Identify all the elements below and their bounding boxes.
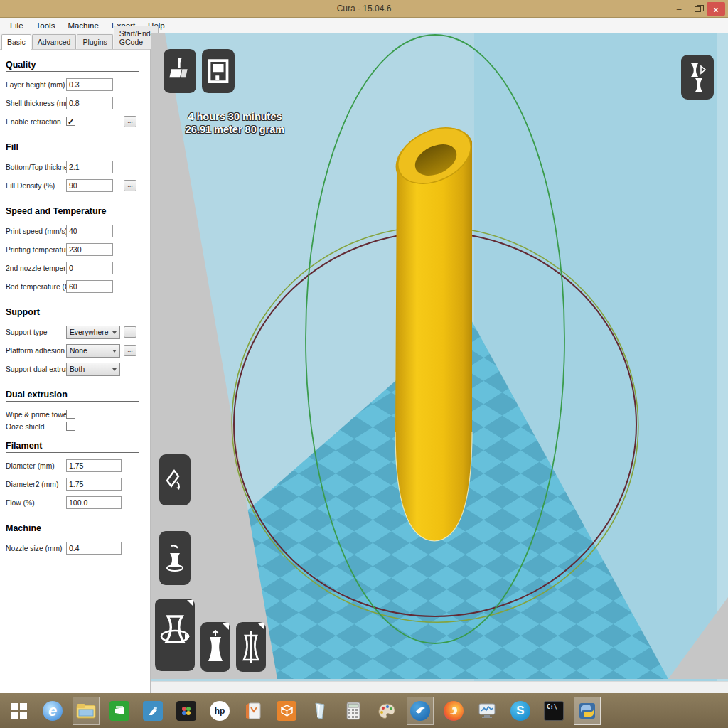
taskbar-icon-command-prompt[interactable]: C:\_ bbox=[540, 697, 567, 725]
enable-retraction-checkbox[interactable]: ✓ bbox=[66, 117, 75, 126]
setting-row: Fill Density (%) ... bbox=[6, 179, 143, 198]
divider bbox=[6, 218, 139, 218]
setting-row: Enable retraction ✓ ... bbox=[6, 115, 143, 134]
flow-input[interactable] bbox=[66, 496, 122, 509]
retraction-more-button[interactable]: ... bbox=[124, 116, 136, 127]
bed-temperature-input[interactable] bbox=[66, 280, 113, 293]
reset-rotation-button[interactable] bbox=[159, 454, 191, 505]
taskbar-icon-file-explorer[interactable] bbox=[73, 697, 100, 725]
diameter2-label: Diameter2 (mm) bbox=[6, 481, 58, 488]
print-estimate: 4 hours 30 minutes 26.91 meter 80 gram bbox=[155, 110, 315, 136]
taskbar-icon-firefox[interactable] bbox=[440, 697, 467, 725]
taskbar-icon-reader-app[interactable] bbox=[240, 697, 267, 725]
taskbar-icon-calculator[interactable] bbox=[340, 697, 367, 725]
layer-height-label: Layer height (mm) bbox=[6, 81, 65, 89]
taskbar-icon-paint[interactable] bbox=[373, 697, 400, 725]
tab-advanced[interactable]: Advanced bbox=[32, 34, 77, 49]
monitor-app-icon bbox=[478, 702, 496, 719]
lay-flat-button[interactable] bbox=[159, 531, 191, 585]
ooze-shield-checkbox[interactable] bbox=[66, 422, 75, 431]
taskbar-icon-skype[interactable]: S bbox=[507, 697, 534, 725]
setting-row: Nozzle size (mm) bbox=[6, 542, 143, 560]
save-toolpath-button[interactable] bbox=[202, 49, 235, 93]
hp-logo-icon: hp bbox=[210, 701, 230, 721]
taskbar-icon-photo-app[interactable] bbox=[173, 697, 200, 725]
taskbar-icon-thunderbird[interactable] bbox=[407, 697, 434, 725]
menu-machine[interactable]: Machine bbox=[62, 19, 104, 32]
minimize-button[interactable]: – bbox=[670, 2, 688, 16]
diameter-input[interactable] bbox=[66, 459, 122, 472]
shell-thickness-input[interactable] bbox=[66, 97, 113, 109]
menu-tools[interactable]: Tools bbox=[31, 19, 61, 32]
section-speed-temperature: Speed and Temperature bbox=[6, 206, 143, 216]
taskbar-icon-monitor-app[interactable] bbox=[473, 697, 500, 725]
diameter2-input[interactable] bbox=[66, 478, 122, 491]
taskbar-icon-cad-app[interactable] bbox=[139, 697, 166, 725]
setting-row: Layer height (mm) bbox=[6, 78, 143, 97]
taskbar-icon-3d-printer-app[interactable] bbox=[273, 697, 300, 725]
section-filament: Filament bbox=[6, 441, 143, 451]
support-type-select[interactable]: Everywhere bbox=[66, 326, 120, 339]
setting-row: Print speed (mm/s) bbox=[6, 225, 143, 243]
setting-row: Printing temperature (C) bbox=[6, 243, 143, 262]
store-icon bbox=[109, 701, 129, 721]
windows-logo-icon bbox=[11, 703, 27, 719]
restore-icon bbox=[695, 6, 701, 12]
scale-button[interactable] bbox=[200, 622, 230, 672]
photo-app-icon bbox=[176, 701, 196, 721]
print-speed-input[interactable] bbox=[66, 225, 113, 237]
setting-row: Bottom/Top thickness (mm) bbox=[6, 161, 143, 179]
setting-row: Wipe & prime tower bbox=[6, 408, 143, 420]
scene-wall-edge bbox=[717, 33, 728, 691]
reset-rotation-icon bbox=[164, 468, 186, 492]
start-button[interactable] bbox=[6, 697, 33, 725]
taskbar-icon-hp[interactable]: hp bbox=[206, 697, 233, 725]
taskbar-icon-glass-app[interactable] bbox=[306, 697, 333, 725]
taskbar-icon-windows-store[interactable] bbox=[106, 697, 133, 725]
section-fill: Fill bbox=[6, 142, 143, 152]
paint-palette-icon bbox=[378, 702, 396, 719]
menu-file[interactable]: File bbox=[4, 19, 29, 32]
support-dual-extrusion-select[interactable]: Both bbox=[66, 363, 120, 376]
second-nozzle-temperature-input[interactable] bbox=[66, 262, 113, 274]
restore-button[interactable] bbox=[688, 2, 707, 16]
layer-height-input[interactable] bbox=[66, 78, 113, 91]
nozzle-size-input[interactable] bbox=[66, 542, 122, 555]
section-dual-extrusion: Dual extrusion bbox=[6, 390, 143, 400]
printing-temperature-input[interactable] bbox=[66, 243, 113, 256]
divider bbox=[6, 452, 139, 453]
fill-density-input[interactable] bbox=[66, 179, 113, 192]
expand-indicator bbox=[258, 623, 264, 630]
wipe-prime-tower-label: Wipe & prime tower bbox=[6, 411, 70, 419]
divider bbox=[6, 318, 139, 319]
settings-panel: Basic Advanced Plugins Start/End-GCode Q… bbox=[0, 33, 151, 693]
close-button[interactable]: x bbox=[707, 2, 725, 16]
shell-thickness-label: Shell thickness (mm) bbox=[6, 100, 74, 107]
model-tube[interactable] bbox=[389, 117, 479, 541]
view-mode-button[interactable] bbox=[681, 55, 714, 100]
setting-row: Support type Everywhere ... bbox=[6, 326, 143, 344]
taskbar: e hp bbox=[0, 693, 728, 728]
save-icon bbox=[208, 58, 229, 84]
internet-explorer-icon: e bbox=[43, 701, 63, 721]
fill-density-more-button[interactable]: ... bbox=[124, 180, 136, 191]
wipe-prime-tower-checkbox[interactable] bbox=[66, 410, 75, 419]
print-material: 26.91 meter 80 gram bbox=[155, 123, 315, 136]
support-type-more-button[interactable]: ... bbox=[124, 326, 136, 338]
tab-basic[interactable]: Basic bbox=[1, 34, 31, 50]
rotate-button[interactable] bbox=[155, 599, 195, 671]
platform-adhesion-more-button[interactable]: ... bbox=[124, 345, 136, 356]
enable-retraction-label: Enable retraction bbox=[6, 118, 61, 126]
platform-adhesion-value: None bbox=[70, 347, 87, 355]
load-model-button[interactable] bbox=[164, 49, 196, 93]
tab-plugins[interactable]: Plugins bbox=[77, 34, 112, 49]
bottom-top-thickness-input[interactable] bbox=[66, 161, 113, 173]
platform-adhesion-select[interactable]: None bbox=[66, 344, 120, 358]
3d-viewport[interactable]: 4 hours 30 minutes 26.91 meter 80 gram bbox=[151, 33, 728, 693]
cad-app-icon bbox=[143, 701, 163, 721]
mirror-button[interactable] bbox=[236, 622, 266, 672]
thunderbird-icon bbox=[410, 701, 430, 721]
taskbar-icon-python[interactable] bbox=[574, 697, 601, 725]
taskbar-icon-internet-explorer[interactable]: e bbox=[39, 697, 66, 725]
expand-indicator bbox=[223, 623, 229, 630]
